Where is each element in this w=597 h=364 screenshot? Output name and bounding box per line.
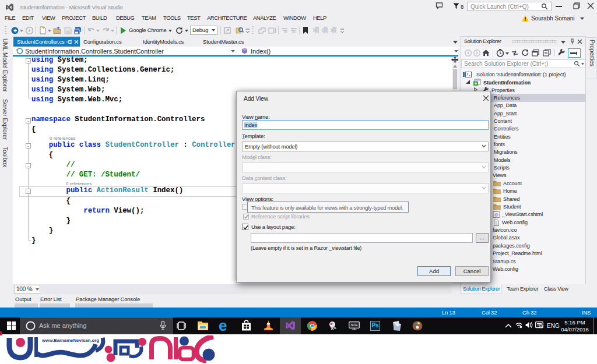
svg-text:@: @ (494, 213, 498, 217)
svg-text:www.BarnameNevisan.org: www.BarnameNevisan.org (41, 338, 99, 343)
svg-text:S>G: S>G (351, 323, 357, 327)
